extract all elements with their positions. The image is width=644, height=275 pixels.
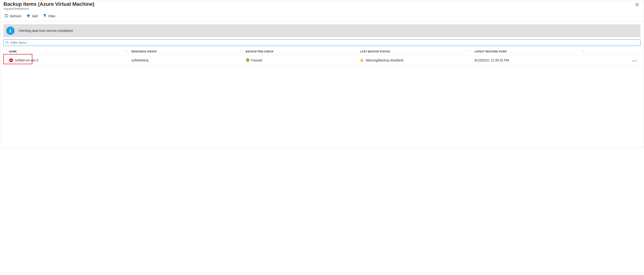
refresh-label: Refresh	[10, 14, 21, 18]
close-icon	[635, 2, 639, 7]
svg-rect-6	[10, 30, 11, 32]
svg-marker-11	[240, 50, 241, 51]
info-message: Fetching data from service completed.	[19, 29, 74, 32]
info-icon	[6, 26, 14, 35]
svg-point-5	[10, 29, 11, 30]
sort-icon[interactable]	[125, 50, 132, 53]
row-context-menu-button[interactable]	[631, 57, 638, 63]
svg-marker-10	[126, 51, 127, 52]
svg-marker-14	[469, 51, 470, 52]
svg-marker-9	[126, 50, 127, 51]
stop-protection-icon	[9, 58, 13, 62]
refresh-icon	[4, 14, 8, 18]
cell-last-backup-status: Warning(Backup disabled)	[366, 58, 404, 62]
cell-latest-restore-point: 8/13/2019, 12:39:32 PM	[474, 58, 509, 62]
cell-name: softdel-vm-am-2	[15, 58, 38, 62]
table-row[interactable]: softdel-vm-am-2 softdeleterg Passed	[4, 55, 640, 65]
filter-button[interactable]: Filter	[42, 13, 56, 19]
page-subtitle: sogupsoftdeletevault	[4, 7, 94, 10]
svg-marker-16	[584, 51, 584, 52]
toolbar: Refresh Add Filter	[0, 12, 644, 21]
warning-icon	[360, 58, 364, 63]
svg-point-25	[636, 60, 636, 61]
filter-icon	[43, 14, 47, 18]
cell-precheck: Passed	[252, 58, 262, 62]
page-title: Backup Items (Azure Virtual Machine)	[4, 1, 94, 7]
check-circle-icon	[246, 58, 250, 63]
filter-label: Filter	[48, 14, 56, 18]
sort-icon[interactable]	[240, 50, 246, 53]
refresh-button[interactable]: Refresh	[4, 13, 22, 19]
svg-point-19	[246, 58, 249, 62]
svg-rect-18	[10, 60, 12, 61]
table: Name Resource Group Backup Pre-Check Las…	[4, 48, 640, 65]
info-bar: Fetching data from service completed.	[4, 24, 640, 37]
svg-marker-13	[468, 50, 470, 51]
search-icon	[6, 41, 9, 45]
search-input[interactable]	[10, 41, 638, 45]
add-label: Add	[32, 14, 38, 18]
add-icon	[26, 14, 30, 18]
table-header: Name Resource Group Backup Pre-Check Las…	[4, 48, 640, 55]
sort-icon[interactable]	[468, 50, 474, 53]
ellipsis-icon	[632, 58, 637, 63]
sort-icon[interactable]	[582, 50, 589, 53]
svg-line-8	[8, 43, 9, 44]
column-header-name[interactable]: Name	[9, 50, 17, 53]
close-button[interactable]	[634, 1, 640, 8]
svg-point-7	[6, 41, 8, 43]
svg-marker-4	[43, 14, 46, 17]
column-header-latest-restore-point[interactable]: Latest Restore Point	[474, 50, 507, 53]
svg-marker-15	[583, 50, 584, 51]
cell-resource-group: softdeleterg	[132, 58, 148, 62]
svg-rect-3	[27, 15, 30, 16]
add-button[interactable]: Add	[26, 13, 38, 19]
svg-marker-12	[240, 51, 242, 52]
svg-point-23	[632, 60, 633, 61]
search-container[interactable]	[4, 39, 640, 46]
svg-rect-22	[362, 61, 362, 61]
column-header-backup-precheck[interactable]: Backup Pre-Check	[246, 50, 274, 53]
svg-point-24	[634, 60, 635, 61]
column-header-resource-group[interactable]: Resource Group	[132, 50, 157, 53]
column-header-last-backup-status[interactable]: Last Backup Status	[360, 50, 390, 53]
svg-rect-21	[362, 59, 362, 60]
